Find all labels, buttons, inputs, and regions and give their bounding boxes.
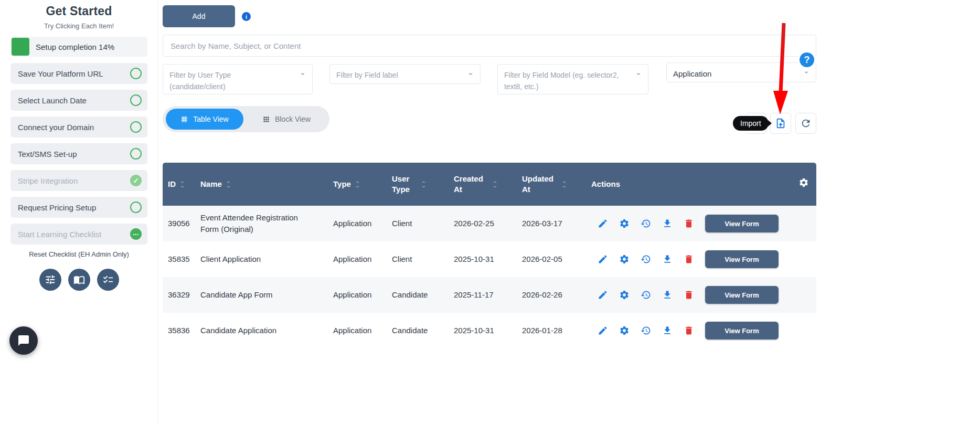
table-view-label: Table View [193, 115, 228, 123]
tab-table-view[interactable]: Table View [166, 109, 243, 130]
info-icon[interactable]: i [242, 12, 251, 21]
table-header-row: ID Name Type User Type Created At Update… [163, 163, 816, 206]
cell-type: Application [333, 325, 392, 336]
header-created-at[interactable]: Created At [454, 174, 522, 195]
search-input[interactable] [163, 35, 816, 57]
sort-icons [561, 180, 567, 189]
table-row: 35835 Client Application Application Cli… [163, 241, 816, 277]
history-icon [641, 290, 651, 300]
delete-icon [684, 254, 694, 264]
history-button[interactable] [641, 254, 651, 264]
history-button[interactable] [641, 218, 651, 229]
download-button[interactable] [662, 218, 673, 229]
edit-button[interactable] [598, 254, 608, 264]
delete-button[interactable] [684, 290, 694, 300]
refresh-button[interactable] [795, 113, 816, 134]
view-toggle: Table View Block View [163, 106, 329, 132]
chevron-down-icon [803, 70, 810, 75]
help-icon[interactable]: ? [800, 52, 814, 67]
sliders-button[interactable] [39, 269, 61, 291]
status-circle-open-icon [130, 121, 142, 133]
column-settings-button[interactable] [798, 177, 809, 190]
sort-down-icon [421, 185, 427, 189]
checklist-item-label: Save Your Platform URL [18, 69, 130, 78]
download-button[interactable] [662, 325, 673, 336]
filter-field-model-select[interactable]: Filter by Field Model (eg. selector2, te… [497, 64, 648, 94]
sort-down-icon [561, 185, 567, 189]
edit-icon [598, 325, 608, 336]
tab-block-view[interactable]: Block View [243, 115, 329, 123]
chat-widget-button[interactable] [9, 326, 38, 355]
row-actions: View Form [591, 215, 816, 232]
delete-button[interactable] [684, 325, 694, 336]
header-name[interactable]: Name [200, 179, 333, 189]
sort-up-icon [179, 180, 185, 184]
checklist-item-stripe[interactable]: Stripe Integration ✓ [10, 170, 147, 191]
cell-created-at: 2025-10-31 [454, 325, 522, 336]
sort-icons [226, 180, 231, 189]
checklist-item-pricing-setup[interactable]: Request Pricing Setup [10, 197, 147, 218]
checklist-button[interactable] [97, 269, 119, 291]
view-form-button[interactable]: View Form [705, 286, 779, 304]
view-form-button[interactable]: View Form [705, 322, 779, 340]
history-icon [641, 254, 651, 264]
table-row: 36329 Candidate App Form Application Can… [163, 277, 816, 313]
view-form-button[interactable]: View Form [705, 250, 779, 268]
delete-button[interactable] [684, 254, 694, 264]
import-button[interactable] [770, 113, 791, 134]
header-label: Created At [454, 174, 488, 195]
edit-button[interactable] [598, 290, 608, 300]
settings-button[interactable] [619, 254, 630, 264]
filter-field-label-select[interactable]: Filter by Field label [329, 64, 481, 84]
block-view-label: Block View [275, 115, 311, 123]
delete-button[interactable] [684, 218, 694, 229]
checklist-item-platform-url[interactable]: Save Your Platform URL [10, 63, 147, 84]
panel-subtitle: Try Clicking Each Item! [0, 22, 158, 30]
header-id[interactable]: ID [163, 179, 200, 189]
import-file-icon [775, 118, 786, 129]
row-actions: View Form [591, 322, 816, 340]
download-button[interactable] [662, 254, 673, 264]
checklist-item-learning-checklist[interactable]: Start Learning Checklist ••• [10, 224, 147, 245]
filter-placeholder: Filter by User Type (candidate/client) [169, 71, 231, 91]
cell-name: Candidate App Form [200, 289, 333, 301]
sort-up-icon [492, 180, 498, 184]
settings-button[interactable] [619, 290, 630, 300]
sort-down-icon [355, 185, 360, 189]
checklist-item-label: Select Launch Date [18, 96, 130, 105]
cell-created-at: 2026-02-25 [454, 218, 522, 229]
checklist-item-connect-domain[interactable]: Connect your Domain [10, 116, 147, 137]
table-row: 39056 Event Attendee Registration Form (… [163, 206, 816, 241]
checklist-item-launch-date[interactable]: Select Launch Date [10, 90, 147, 111]
history-icon [641, 218, 651, 229]
header-updated-at[interactable]: Updated At [522, 174, 591, 195]
checklist-item-label: Stripe Integration [18, 176, 130, 185]
add-button[interactable]: Add [163, 5, 235, 27]
cell-name: Candidate Application [200, 325, 333, 336]
reset-checklist-link[interactable]: Reset Checklist (EH Admin Only) [0, 250, 158, 258]
history-button[interactable] [641, 290, 651, 300]
application-type-select[interactable]: Application [666, 62, 816, 82]
header-type[interactable]: Type [333, 179, 392, 189]
header-user-type[interactable]: User Type [392, 174, 454, 195]
checklist-item-text-sms[interactable]: Text/SMS Set-up [10, 143, 147, 164]
cell-type: Application [333, 289, 392, 301]
download-button[interactable] [662, 290, 673, 300]
status-circle-open-icon [130, 68, 142, 79]
edit-button[interactable] [598, 325, 608, 336]
cell-type: Application [333, 253, 392, 265]
cell-updated-at: 2026-03-17 [522, 218, 591, 229]
chevron-down-icon [635, 71, 642, 77]
checklist-icon [102, 274, 114, 285]
sort-up-icon [226, 180, 231, 184]
view-form-button[interactable]: View Form [705, 215, 779, 232]
filter-placeholder: Filter by Field Model (eg. selector2, te… [504, 71, 619, 91]
guide-button[interactable] [68, 269, 90, 291]
cell-id: 35835 [163, 253, 200, 265]
history-button[interactable] [641, 325, 651, 336]
edit-button[interactable] [598, 218, 608, 229]
delete-icon [684, 290, 694, 300]
settings-button[interactable] [619, 325, 630, 336]
settings-button[interactable] [619, 218, 630, 229]
filter-user-type-select[interactable]: Filter by User Type (candidate/client) [163, 64, 313, 94]
